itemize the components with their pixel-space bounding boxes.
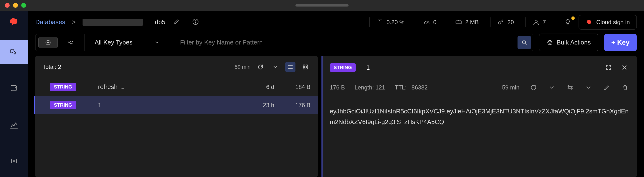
filter-box: All Key Types [35, 34, 533, 51]
breadcrumb-sep: > [72, 18, 76, 26]
detail-refresh-time: 59 min [502, 84, 520, 91]
value-content[interactable]: eyJhbGciOiJIUzI1NiIsInR5cCI6IkpXVCJ9.eyJ… [322, 96, 637, 137]
key-list-panel: Total: 2 59 min STRIN [35, 56, 318, 177]
stat-memory-value: 2 MB [465, 19, 479, 26]
key-row[interactable]: STRING 1 23 h 176 B [34, 96, 318, 114]
filter-mode-exact-button[interactable] [38, 37, 58, 48]
refresh-options-dropdown[interactable] [270, 62, 280, 72]
detail-type-badge: STRING [330, 63, 356, 72]
svg-rect-8 [303, 65, 305, 67]
add-key-button[interactable]: + Key [604, 34, 637, 51]
stat-clients-value: 7 [542, 19, 546, 26]
stat-cpu-value: 0.20 % [386, 19, 404, 26]
info-icon[interactable] [192, 18, 199, 26]
close-detail-button[interactable] [620, 62, 630, 73]
minimize-window-button[interactable] [13, 3, 18, 8]
bulk-actions-button[interactable]: Bulk Actions [539, 34, 598, 51]
view-tree-button[interactable] [300, 62, 310, 72]
list-refresh-time: 59 min [234, 64, 250, 70]
filter-mode-pattern-button[interactable] [60, 37, 80, 48]
detail-meta-row: 176 B Length: 121 TTL: 86382 59 min [322, 79, 637, 96]
detail-header: STRING 1 [322, 56, 637, 79]
formatter-options[interactable] [584, 83, 593, 92]
key-size: 184 B [282, 84, 310, 90]
refresh-value-button[interactable] [529, 83, 538, 92]
breadcrumb-redacted [82, 19, 143, 26]
header-bar: Databases > db5 0.20 % 0 2 MB [28, 11, 644, 34]
nav-rail [0, 11, 28, 177]
total-label: Total: 2 [42, 64, 230, 70]
svg-point-1 [13, 160, 15, 162]
edit-db-icon[interactable] [173, 18, 180, 26]
detail-ttl-value[interactable]: 86382 [412, 84, 428, 91]
pencilaimin=[interactable] [602, 83, 611, 92]
svg-rect-10 [303, 67, 305, 69]
key-type-badge: STRING [50, 83, 76, 91]
title-drag-handle[interactable] [296, 4, 348, 7]
key-size: 176 B [282, 102, 310, 109]
search-button[interactable] [518, 36, 531, 49]
key-types-dropdown[interactable]: All Key Types [89, 39, 165, 46]
maximize-window-button[interactable] [21, 3, 26, 8]
close-window-button[interactable] [5, 3, 10, 8]
stat-memory: 2 MB [448, 18, 486, 27]
bulk-actions-label: Bulk Actions [556, 39, 591, 46]
detail-key-name: 1 [366, 64, 370, 71]
nav-analytics[interactable] [0, 113, 28, 137]
nav-workbench[interactable] [0, 76, 28, 101]
stat-latency-value: 0 [433, 19, 436, 26]
key-name: refresh_1 [84, 83, 238, 91]
nav-browser[interactable] [0, 40, 28, 64]
filter-bar: All Key Types Bulk Actions + Key [28, 34, 644, 56]
key-list-header: Total: 2 59 min [35, 56, 318, 78]
svg-point-5 [535, 20, 537, 23]
window-titlebar [0, 0, 644, 11]
detail-size: 176 B [330, 84, 345, 91]
view-list-button[interactable] [285, 62, 296, 72]
breadcrumb-root[interactable]: Databases [35, 18, 65, 26]
key-row[interactable]: STRING refresh_1 6 d 184 B [35, 78, 318, 96]
cloud-signin-button[interactable]: Cloud sign in [578, 15, 637, 30]
stat-keys-value: 20 [508, 19, 514, 26]
stat-latency: 0 [416, 18, 443, 27]
svg-rect-11 [306, 67, 308, 69]
refresh-list-button[interactable] [256, 62, 266, 72]
nav-pubsub[interactable] [0, 149, 28, 173]
key-name: 1 [84, 101, 238, 109]
svg-point-7 [522, 41, 526, 44]
app-logo[interactable] [8, 16, 20, 28]
key-ttl: 23 h [245, 102, 274, 109]
key-detail-panel: STRING 1 176 B Length: 121 TTL: 86382 [322, 56, 637, 177]
key-ttl: 6 d [245, 84, 274, 90]
detail-ttl-label: TTL: [395, 84, 407, 91]
filter-input[interactable] [174, 34, 518, 51]
key-type-badge: STRING [50, 101, 76, 109]
add-key-label: + Key [612, 39, 630, 46]
insights-icon[interactable] [557, 18, 574, 27]
formatter-button[interactable] [566, 83, 574, 92]
stat-clients: 7 [526, 18, 552, 27]
stat-cpu: 0.20 % [369, 18, 411, 27]
stat-keys: 20 [490, 18, 521, 27]
fullscreen-button[interactable] [604, 62, 614, 73]
svg-rect-3 [456, 21, 462, 24]
cloud-signin-label: Cloud sign in [596, 19, 630, 26]
key-types-label: All Key Types [94, 39, 132, 46]
notification-dot [571, 17, 575, 20]
refresh-value-options[interactable] [548, 83, 556, 92]
detail-length: Length: 121 [354, 84, 385, 91]
traffic-lights [5, 3, 26, 8]
delete-key-button[interactable] [621, 83, 630, 92]
svg-rect-9 [306, 65, 308, 67]
db-name: db5 [155, 18, 165, 26]
